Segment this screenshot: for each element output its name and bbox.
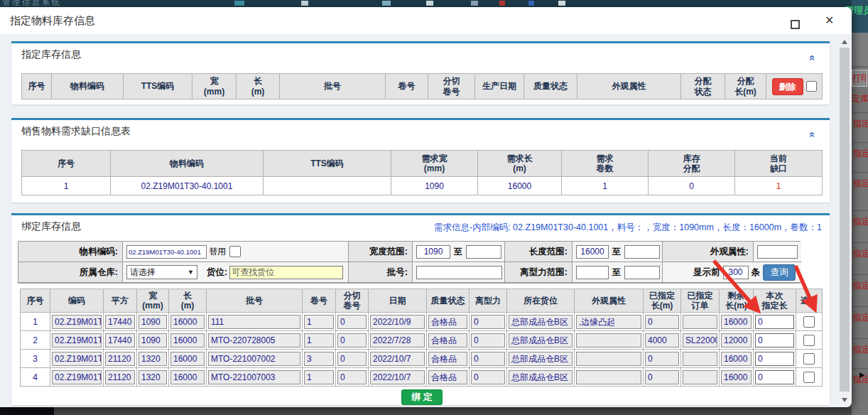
table-row: 102.Z19M01T317440109016000111102022/10/9… — [21, 313, 823, 331]
width-from-input[interactable]: 1090 — [416, 245, 450, 259]
filter-form: 物料编码: 02.Z19M01T30-40.1001 替用 宽度范围: 1090… — [18, 241, 801, 284]
t3-header-cell: 本次 指定长 — [754, 289, 796, 313]
cell-value-box: 16000 — [170, 370, 205, 384]
row-select-checkbox[interactable] — [803, 353, 815, 365]
cell-value-box — [683, 315, 717, 329]
row-select-checkbox[interactable] — [803, 372, 815, 383]
select-cell — [796, 331, 823, 350]
cell-value-box: 2022/10/7 — [370, 370, 425, 384]
length-from-input[interactable]: 16000 — [576, 245, 609, 259]
cell-value-box: 0 — [471, 333, 505, 347]
t3-cell: 4000 — [644, 331, 681, 350]
batch-input[interactable] — [416, 266, 502, 279]
bind-inventory-section: 绑定库存信息 需求信息-内部编码: 02.Z19M01T30-40.1001，料… — [11, 213, 830, 405]
t3-cell: 0 — [754, 331, 796, 350]
assign-link-clipped[interactable]: 指定 — [853, 178, 868, 190]
delete-button[interactable]: 删除 — [772, 78, 803, 95]
t2-cell: 02.Z19M01T30-40.1001 — [111, 177, 264, 195]
scrollbar-thumb[interactable] — [840, 48, 850, 392]
t2-header-cell: 需求 卷数 — [562, 151, 649, 177]
substitute-checkbox[interactable] — [229, 246, 241, 257]
t3-cell: 21120 — [104, 368, 137, 387]
query-button[interactable]: 查询 — [763, 264, 796, 281]
t3-header-cell: 选择 — [796, 289, 823, 313]
release-to-input[interactable] — [624, 266, 660, 279]
width-to-input[interactable] — [466, 245, 501, 259]
collapse-section-icon[interactable]: « — [807, 131, 819, 137]
modal-scrollbar[interactable] — [839, 36, 850, 406]
print-link-clipped[interactable]: 打印 — [852, 70, 867, 87]
scroll-up-icon[interactable] — [842, 40, 847, 44]
assign-length-input[interactable]: 0 — [755, 352, 794, 366]
row-select-checkbox[interactable] — [803, 335, 815, 346]
assign-length-input[interactable]: 0 — [755, 370, 794, 384]
assign-link-clipped[interactable]: 指定 — [853, 118, 868, 130]
t3-cell: 02.Z19M01T3 — [50, 313, 104, 331]
scroll-down-icon[interactable] — [842, 398, 847, 402]
dialog-title: 指定物料库存信息 — [10, 14, 95, 28]
t2-header-cell: 库存 分配 — [649, 151, 735, 177]
t2-header-cell: 序号 — [22, 151, 111, 177]
assign-link-clipped[interactable]: 指定 — [853, 148, 868, 160]
location-input[interactable]: 可查找货位 — [229, 266, 343, 279]
collapse-section-icon[interactable]: « — [807, 55, 819, 60]
row-select-checkbox[interactable] — [803, 316, 815, 328]
t2-cell: 1090 — [391, 177, 478, 195]
cell-value-box: 1320 — [139, 370, 167, 384]
t2-cell: 1 — [562, 177, 649, 195]
t3-header-cell: 序号 — [21, 289, 50, 313]
table-row: 102.Z19M01T30-40.1001109016000101 — [22, 177, 823, 195]
bind-button[interactable]: 绑 定 — [401, 389, 443, 405]
cell-value-box: 0 — [337, 352, 367, 366]
cell-value-box: 1 — [304, 333, 334, 347]
t3-cell: 21120 — [104, 350, 137, 368]
page-top-bar: 管理信息系统 — [0, 0, 868, 7]
release-from-input[interactable] — [576, 266, 609, 279]
t3-cell: 02.Z19M01T3 — [50, 350, 104, 368]
cell-value-box: 总部成品仓B区 — [509, 370, 573, 384]
cell-value-box: 3 — [304, 352, 334, 366]
cell-value-box: 0 — [337, 333, 367, 347]
row-index: 3 — [21, 350, 50, 368]
restore-window-icon[interactable] — [791, 20, 800, 29]
specify-material-inventory-dialog: 指定物料库存信息 ✕ 指定库存信息 « 序号物料编码TTS编码宽 (mm)长 (… — [0, 7, 852, 407]
t3-cell: SL22000 — [681, 331, 720, 350]
assign-length-input[interactable]: 0 — [755, 333, 794, 347]
chevron-down-icon: ▼ — [188, 269, 194, 276]
t3-cell: 2022/10/9 — [369, 313, 427, 331]
t3-cell: 16000 — [169, 368, 207, 387]
t2-header-cell: 物料编码 — [111, 151, 264, 177]
assign-link-clipped[interactable]: 指定 — [853, 344, 868, 356]
close-icon[interactable]: ✕ — [825, 14, 834, 27]
assign-link-clipped[interactable]: 指定 — [853, 248, 868, 260]
row-index: 2 — [21, 331, 50, 350]
appearance-input[interactable] — [757, 245, 798, 259]
cell-value-box: 02.Z19M01T3 — [52, 352, 102, 366]
length-range-label: 长度范围: — [505, 242, 573, 262]
t3-cell: 总部成品仓B区 — [507, 331, 575, 350]
assign-link-clipped[interactable]: 指定 — [853, 280, 868, 292]
cell-value-box: 总部成品仓B区 — [509, 352, 573, 366]
show-count-input[interactable]: 300 — [723, 266, 749, 279]
t3-cell: 0 — [470, 368, 507, 387]
material-code-input[interactable]: 02.Z19M01T30-40.1001 — [126, 245, 207, 259]
t3-cell: 0 — [336, 368, 369, 387]
assign-length-input[interactable]: 0 — [755, 315, 794, 329]
assign-link-clipped[interactable]: 指定 — [853, 312, 868, 324]
assign-link-clipped[interactable]: 指定 — [853, 216, 868, 228]
cell-value-box: 17440 — [105, 333, 135, 347]
cell-value-box: 4000 — [645, 333, 679, 347]
cell-value-box: 16000 — [721, 370, 752, 384]
t3-cell: 0 — [754, 368, 796, 387]
background-scroll-right-arrow[interactable] — [859, 372, 864, 378]
t3-cell: 合格品 — [427, 331, 470, 350]
delete-all-checkbox[interactable] — [806, 81, 817, 92]
cell-value-box: 21120 — [105, 370, 135, 384]
length-to-input[interactable] — [624, 245, 660, 259]
t1-header-cell: 生产日期 — [475, 74, 524, 99]
cell-value-box: MTO-221007003 — [208, 370, 300, 384]
t1-header-cell: 质量状态 — [524, 74, 577, 99]
assign-inventory-link-clipped[interactable]: 定库存 — [852, 93, 868, 105]
cell-value-box: SL22000 — [683, 333, 717, 347]
warehouse-select[interactable]: 请选择▼ — [126, 265, 197, 279]
